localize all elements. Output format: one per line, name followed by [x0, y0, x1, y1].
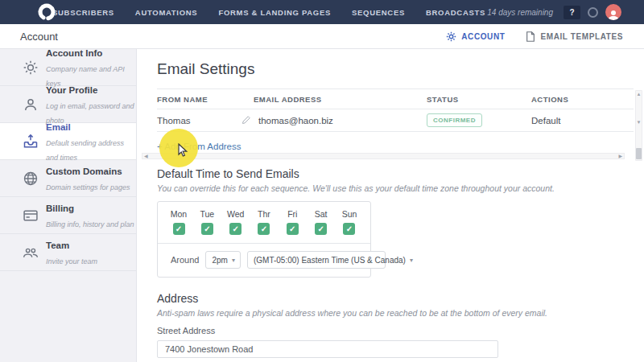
day-thr: Thr ✓: [254, 209, 275, 235]
address-description: Anti-spam laws require a physical addres…: [157, 308, 644, 318]
notifications-ring-icon[interactable]: [588, 7, 598, 18]
day-sun: Sun ✓: [339, 209, 360, 235]
scrollbar-thumb[interactable]: [636, 148, 642, 159]
vertical-scrollbar[interactable]: ▲ ▼: [635, 90, 642, 161]
sidebar-item-label: Account Info: [46, 48, 102, 58]
around-label: Around: [171, 255, 199, 265]
street-address-input[interactable]: [157, 340, 498, 358]
convertkit-logo-icon[interactable]: [37, 2, 56, 22]
globe-icon: [23, 171, 39, 187]
sidebar-item-billing[interactable]: Billing Billing info, history and plan: [0, 197, 136, 234]
top-nav: SUBSCRIBERS AUTOMATIONS FORMS & LANDING …: [0, 0, 644, 24]
sidebar-item-label: Email: [46, 122, 71, 132]
nav-subscribers[interactable]: SUBSCRIBERS: [52, 8, 114, 17]
sidebar-item-desc: Invite your team: [46, 257, 97, 265]
chevron-down-icon: ▾: [232, 257, 235, 264]
sidebar-item-desc: Billing info, history and plan: [46, 220, 134, 228]
email-settings-panel: Email Settings FROM NAME EMAIL ADDRESS S…: [137, 49, 644, 362]
page-title: Account: [20, 31, 58, 43]
col-status: STATUS: [427, 95, 531, 104]
trial-remaining-text: 14 days remaining: [487, 8, 553, 17]
nav-forms-landing-pages[interactable]: FORMS & LANDING PAGES: [218, 8, 331, 17]
col-actions: ACTIONS: [531, 95, 634, 104]
people-icon: [23, 245, 39, 261]
add-from-address-link[interactable]: + Add From Address: [157, 142, 242, 151]
day-fri: Fri ✓: [282, 209, 303, 235]
street-address-label: Street Address: [157, 326, 644, 335]
inbox-arrow-icon: [23, 134, 39, 150]
default-action-link[interactable]: Default: [531, 116, 634, 125]
help-button[interactable]: ?: [564, 6, 580, 19]
app-window: SUBSCRIBERS AUTOMATIONS FORMS & LANDING …: [0, 0, 644, 362]
send-time-title: Default Time to Send Emails: [157, 167, 644, 180]
nav-automations[interactable]: AUTOMATIONS: [135, 8, 198, 17]
col-email-address: EMAIL ADDRESS: [242, 95, 427, 104]
day-mon-checkbox[interactable]: ✓: [173, 223, 185, 235]
nav-right: 14 days remaining ?: [487, 0, 621, 24]
day-tue-checkbox[interactable]: ✓: [201, 223, 213, 235]
address-title: Address: [157, 292, 644, 305]
day-checkbox-group: Mon ✓ Tue ✓ Wed ✓ Thr ✓: [158, 202, 370, 243]
sidebar-item-label: Your Profile: [46, 85, 97, 95]
scroll-left-arrow-icon[interactable]: ◀: [144, 154, 148, 158]
day-sat: Sat ✓: [311, 209, 332, 235]
sidebar-item-label: Billing: [46, 204, 74, 213]
tab-email-templates-label: EMAIL TEMPLATES: [540, 32, 623, 41]
sidebar-item-label: Custom Domains: [46, 167, 122, 176]
page-body: Account Info Company name and API keys Y…: [0, 49, 644, 362]
day-sat-checkbox[interactable]: ✓: [315, 223, 327, 235]
edit-pencil-icon[interactable]: [242, 115, 251, 126]
document-icon: [526, 31, 535, 42]
timezone-select[interactable]: (GMT-05:00) Eastern Time (US & Canada) ▾: [247, 251, 386, 269]
send-time-description: You can override this for each sequence.…: [157, 183, 644, 193]
sidebar-item-account-info[interactable]: Account Info Company name and API keys: [0, 49, 136, 86]
person-icon: [23, 97, 39, 113]
table-header-row: FROM NAME EMAIL ADDRESS STATUS ACTIONS: [157, 89, 634, 109]
header-tabs: ACCOUNT EMAIL TEMPLATES: [446, 31, 623, 42]
day-wed-checkbox[interactable]: ✓: [229, 223, 242, 235]
gear-icon: [23, 60, 39, 76]
scroll-up-arrow-icon[interactable]: ▲: [637, 92, 642, 97]
around-time-row: Around 2pm ▾ (GMT-05:00) Eastern Time (U…: [158, 243, 370, 277]
avatar[interactable]: [605, 4, 621, 20]
sidebar-item-custom-domains[interactable]: Custom Domains Domain settings for pages: [0, 160, 136, 197]
tab-account-label: ACCOUNT: [461, 32, 505, 41]
main-menu: SUBSCRIBERS AUTOMATIONS FORMS & LANDING …: [52, 8, 485, 17]
day-mon: Mon ✓: [168, 209, 189, 235]
sidebar-item-team[interactable]: Team Invite your team: [0, 234, 136, 271]
sidebar-item-desc: Default sending address and times: [46, 139, 124, 162]
from-name-value: Thomas: [157, 116, 242, 125]
day-thr-checkbox[interactable]: ✓: [258, 223, 270, 235]
chevron-down-icon: ▾: [410, 257, 413, 264]
sidebar-item-your-profile[interactable]: Your Profile Log in email, password and …: [0, 86, 136, 123]
day-wed: Wed ✓: [225, 209, 246, 235]
from-address-table: FROM NAME EMAIL ADDRESS STATUS ACTIONS T…: [157, 88, 634, 132]
nav-sequences[interactable]: SEQUENCES: [352, 8, 405, 17]
tab-account[interactable]: ACCOUNT: [446, 31, 505, 42]
scroll-right-arrow-icon[interactable]: ▶: [618, 154, 622, 158]
settings-sidebar: Account Info Company name and API keys Y…: [0, 49, 137, 362]
horizontal-scrollbar[interactable]: ◀ ▶: [142, 153, 625, 159]
gear-icon: [446, 31, 456, 42]
table-row: Thomas thomas@haon.biz CONFIRMED Default: [157, 109, 634, 132]
tab-email-templates[interactable]: EMAIL TEMPLATES: [526, 31, 623, 42]
sidebar-item-desc: Domain settings for pages: [46, 183, 130, 191]
day-tue: Tue ✓: [196, 209, 217, 235]
day-sun-checkbox[interactable]: ✓: [343, 223, 355, 235]
send-time-box: Mon ✓ Tue ✓ Wed ✓ Thr ✓: [157, 201, 371, 278]
sidebar-item-email[interactable]: Email Default sending address and times: [0, 123, 136, 160]
credit-card-icon: [23, 208, 39, 224]
status-badge: CONFIRMED: [427, 113, 482, 127]
day-fri-checkbox[interactable]: ✓: [287, 223, 299, 235]
section-title: Email Settings: [157, 60, 644, 78]
scroll-down-arrow-icon[interactable]: ▼: [637, 120, 642, 125]
col-from-name: FROM NAME: [157, 95, 242, 104]
sidebar-item-label: Team: [46, 241, 69, 250]
nav-broadcasts[interactable]: BROADCASTS: [426, 8, 485, 17]
time-select[interactable]: 2pm ▾: [205, 251, 240, 269]
email-address-value: thomas@haon.biz: [258, 116, 333, 125]
